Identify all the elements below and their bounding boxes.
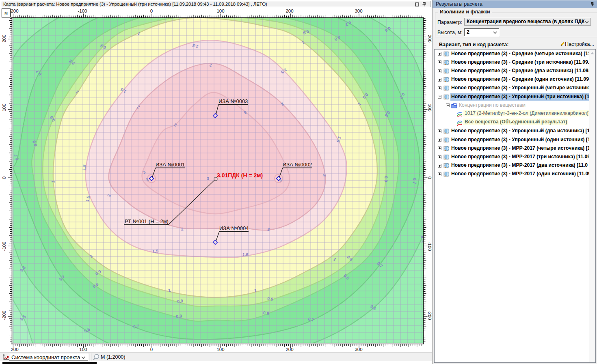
svg-text:0: 0 (427, 177, 432, 179)
svg-text:0: 0 (2, 177, 6, 179)
svg-text:1.5: 1.5 (242, 252, 249, 257)
svg-text:100: 100 (216, 347, 224, 352)
svg-text:0: 0 (150, 347, 153, 352)
svg-text:300: 300 (355, 347, 362, 352)
svg-text:-100: -100 (78, 347, 87, 352)
svg-text:-100: -100 (2, 241, 6, 251)
svg-text:м: м (4, 11, 8, 15)
svg-text:0.8: 0.8 (176, 313, 182, 319)
svg-text:1.5: 1.5 (85, 195, 91, 202)
svg-text:1.5: 1.5 (81, 164, 87, 171)
svg-text:ИЗА №0004: ИЗА №0004 (219, 225, 249, 231)
svg-text:0.9: 0.9 (267, 296, 273, 302)
svg-text:200: 200 (427, 34, 432, 42)
svg-text:0.8: 0.8 (263, 310, 270, 315)
svg-text:РТ №001 (Н = 2м): РТ №001 (Н = 2м) (125, 218, 169, 224)
svg-text:3: 3 (207, 176, 209, 181)
svg-text:1.5: 1.5 (152, 248, 159, 254)
svg-text:100: 100 (427, 103, 432, 111)
svg-text:200: 200 (11, 9, 18, 13)
svg-text:2: 2 (181, 226, 184, 231)
svg-text:0: 0 (150, 9, 153, 13)
svg-text:ИЗА №0001: ИЗА №0001 (156, 162, 185, 168)
svg-text:200: 200 (11, 347, 18, 352)
svg-text:100: 100 (216, 9, 224, 13)
svg-text:-200: -200 (2, 310, 6, 320)
svg-text:0.7: 0.7 (412, 178, 417, 184)
svg-text:-100: -100 (78, 9, 87, 13)
svg-text:0.9: 0.9 (384, 176, 389, 182)
svg-text:-200: -200 (427, 310, 432, 320)
svg-text:3.01ПДК (Н = 2м): 3.01ПДК (Н = 2м) (217, 172, 263, 179)
svg-text:100: 100 (2, 103, 6, 111)
svg-text:300: 300 (355, 9, 362, 13)
svg-text:1: 1 (254, 288, 257, 293)
svg-text:ИЗА №0003: ИЗА №0003 (218, 98, 248, 104)
svg-text:ИЗА №0002: ИЗА №0002 (283, 162, 312, 168)
svg-text:200: 200 (286, 347, 293, 352)
svg-text:200: 200 (2, 34, 6, 42)
svg-text:200: 200 (286, 9, 293, 13)
svg-text:0.9: 0.9 (177, 298, 183, 304)
svg-text:2: 2 (322, 174, 327, 177)
svg-text:-100: -100 (427, 241, 432, 251)
